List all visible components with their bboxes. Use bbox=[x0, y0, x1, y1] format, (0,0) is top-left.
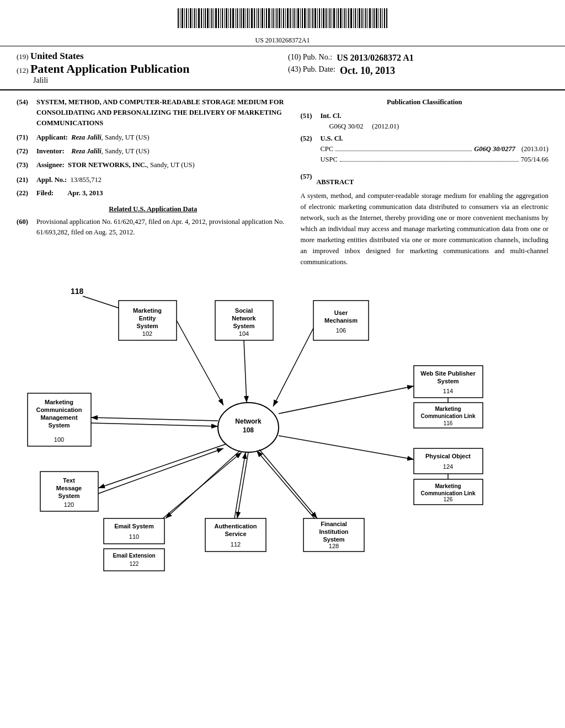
me-label1: Marketing bbox=[133, 307, 162, 314]
svg-rect-23 bbox=[226, 8, 227, 28]
me-num: 102 bbox=[142, 330, 152, 337]
svg-rect-33 bbox=[247, 8, 248, 28]
um-num: 106 bbox=[336, 327, 346, 334]
um-to-network bbox=[273, 328, 313, 406]
uspc-row: USPC 705/14.66 bbox=[320, 154, 548, 165]
related-section: Related U.S. Application Data (60) Provi… bbox=[17, 204, 289, 237]
appl-no-label: Appl. No.: bbox=[36, 176, 67, 184]
svg-rect-35 bbox=[251, 8, 253, 28]
fin-label2: Institution bbox=[319, 528, 348, 535]
ee-label1: Email Extension bbox=[113, 553, 155, 559]
svg-rect-89 bbox=[365, 8, 366, 28]
pub-no-line: (10) Pub. No.: US 2013/0268372 A1 bbox=[288, 53, 548, 63]
svg-rect-67 bbox=[319, 8, 320, 28]
inventor-value: Reza Jalili, Sandy, UT (US) bbox=[71, 147, 149, 155]
svg-rect-20 bbox=[220, 8, 221, 28]
svg-rect-5 bbox=[188, 8, 189, 28]
mcms-num: 100 bbox=[54, 436, 64, 443]
svg-rect-55 bbox=[294, 8, 295, 28]
applicant-label: Applicant: bbox=[36, 133, 68, 141]
cpc-label: CPC bbox=[320, 144, 333, 154]
svg-rect-70 bbox=[326, 8, 327, 28]
svg-rect-58 bbox=[300, 8, 301, 28]
svg-rect-95 bbox=[379, 8, 379, 28]
svg-rect-62 bbox=[308, 8, 310, 28]
um-label2: Mechanism bbox=[324, 317, 358, 324]
barcode-image: // Generate barcode-like bars bbox=[172, 6, 393, 35]
svg-rect-81 bbox=[348, 8, 349, 28]
auth-label2: Service bbox=[225, 531, 246, 537]
assignee-num: (73) bbox=[17, 160, 32, 170]
svg-rect-36 bbox=[254, 8, 255, 28]
int-cl-content: Int. Cl. G06Q 30/02 (2012.01) bbox=[320, 111, 548, 132]
us-cl-label: U.S. Cl. bbox=[320, 135, 343, 142]
mcms-label3: Management bbox=[40, 414, 78, 421]
related-text: Provisional application No. 61/620,427, … bbox=[36, 217, 289, 238]
section-assignee: (73) Assignee: STOR NETWORKS, INC., Sand… bbox=[17, 160, 289, 170]
svg-rect-87 bbox=[361, 8, 363, 28]
inventor-line: Jalili bbox=[33, 76, 277, 85]
wsp-num: 114 bbox=[443, 388, 453, 394]
us-cl-content: U.S. Cl. CPC G06Q 30/0277 (2013.01) USPC… bbox=[320, 133, 548, 164]
svg-rect-0 bbox=[178, 8, 179, 28]
svg-rect-98 bbox=[384, 8, 385, 28]
pub-class-title: Publication Classification bbox=[300, 97, 548, 108]
patent-type-line: (12) Patent Application Publication bbox=[17, 62, 277, 76]
svg-rect-88 bbox=[364, 8, 364, 28]
svg-rect-72 bbox=[329, 8, 331, 28]
svg-rect-65 bbox=[315, 8, 316, 28]
svg-rect-30 bbox=[241, 8, 242, 28]
svg-rect-60 bbox=[304, 8, 306, 28]
svg-rect-8 bbox=[194, 8, 195, 28]
abstract-header: (57) ABSTRACT bbox=[300, 172, 548, 191]
section-filed: (22) Filed: Apr. 3, 2013 bbox=[17, 188, 289, 199]
wsp-label2: System bbox=[437, 378, 459, 384]
section-inventor: (72) Inventor: Reza Jalili, Sandy, UT (U… bbox=[17, 146, 289, 157]
svg-rect-15 bbox=[210, 8, 210, 28]
svg-rect-11 bbox=[201, 8, 202, 28]
sn-to-network bbox=[244, 340, 247, 403]
svg-rect-25 bbox=[230, 8, 231, 28]
int-cl-label: Int. Cl. bbox=[320, 112, 341, 120]
svg-rect-29 bbox=[239, 8, 239, 28]
svg-rect-38 bbox=[258, 8, 259, 28]
svg-rect-18 bbox=[215, 8, 217, 28]
filed-value: Apr. 3, 2013 bbox=[67, 189, 103, 197]
svg-rect-66 bbox=[317, 8, 318, 28]
applicant-content: Applicant: Reza Jalili, Sandy, UT (US) bbox=[36, 132, 289, 143]
svg-rect-40 bbox=[262, 8, 263, 28]
tms-label1: Text bbox=[63, 477, 75, 484]
svg-rect-94 bbox=[376, 8, 377, 28]
abstract-section: (57) ABSTRACT A system, method, and comp… bbox=[300, 172, 548, 268]
abstract-num: (57) bbox=[300, 172, 312, 191]
tms-label3: System bbox=[58, 493, 79, 499]
cpc-row: CPC G06Q 30/0277 (2013.01) bbox=[320, 144, 548, 154]
abstract-text: A system, method, and computer-readable … bbox=[300, 190, 548, 267]
svg-rect-86 bbox=[359, 8, 360, 28]
email-num: 110 bbox=[129, 533, 139, 540]
svg-rect-32 bbox=[246, 8, 246, 28]
svg-rect-34 bbox=[249, 8, 250, 28]
sn-label1: Social bbox=[235, 307, 253, 314]
inventor-content: Inventor: Reza Jalili, Sandy, UT (US) bbox=[36, 146, 289, 157]
auth-label1: Authentication bbox=[215, 523, 257, 529]
appl-no-value: 13/855,712 bbox=[70, 176, 102, 184]
uspc-dots bbox=[340, 161, 519, 162]
patent-header: (19) United States (12) Patent Applicati… bbox=[0, 46, 565, 90]
svg-rect-43 bbox=[268, 8, 270, 28]
svg-rect-54 bbox=[292, 8, 292, 28]
svg-rect-74 bbox=[333, 8, 335, 28]
left-column: (54) SYSTEM, METHOD, AND COMPUTER-READAB… bbox=[17, 97, 289, 267]
us-cl-row: (52) U.S. Cl. CPC G06Q 30/0277 (2013.01)… bbox=[300, 133, 548, 164]
related-num: (60) bbox=[17, 217, 32, 238]
inventor-label: Inventor: bbox=[36, 147, 65, 155]
main-content: (54) SYSTEM, METHOD, AND COMPUTER-READAB… bbox=[0, 90, 565, 267]
svg-rect-83 bbox=[353, 8, 354, 28]
filed-num: (22) bbox=[17, 188, 32, 199]
svg-rect-44 bbox=[271, 8, 271, 28]
appl-no-content: Appl. No.: 13/855,712 bbox=[36, 175, 289, 185]
filed-label: Filed: bbox=[36, 189, 54, 197]
email-box bbox=[104, 518, 164, 544]
type-prefix: (12) bbox=[17, 66, 29, 74]
svg-rect-84 bbox=[355, 8, 356, 28]
